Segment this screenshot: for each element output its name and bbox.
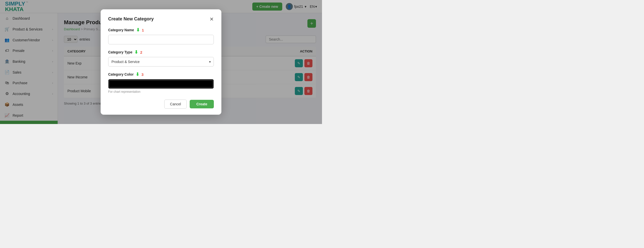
modal-header: Create New Category ✕ [108,16,214,22]
step3-number: 3 [141,72,143,77]
color-input-wrap [108,79,214,89]
step1-arrow-icon: ⬇ [136,27,140,33]
step2-number: 2 [140,50,142,54]
step2-arrow-icon: ⬇ [134,49,138,55]
category-type-label-row: Category Type ⬇ 2 [108,49,214,55]
category-name-group: Category Name ⬇ 1 [108,27,214,44]
modal-close-button[interactable]: ✕ [210,17,214,22]
category-type-label: Category Type [108,50,132,54]
category-type-select[interactable]: Product & Service Expense Income [108,57,214,67]
modal-title: Create New Category [108,16,154,22]
color-hint-text: For chart representation [108,90,214,94]
category-name-label: Category Name [108,28,134,32]
step1-number: 1 [142,28,144,32]
category-type-select-wrap: Product & Service Expense Income ▾ [108,57,214,67]
category-color-label-row: Category Color ⬇ 3 [108,72,214,77]
modal-footer: Cancel Create [108,100,214,109]
category-color-label: Category Color [108,72,134,76]
create-button[interactable]: Create [190,100,214,108]
category-color-group: Category Color ⬇ 3 For chart representat… [108,72,214,94]
category-color-input[interactable] [108,79,214,89]
category-type-group: Category Type ⬇ 2 Product & Service Expe… [108,49,214,67]
category-name-input[interactable] [108,35,214,44]
create-category-modal: Create New Category ✕ Category Name ⬇ 1 … [101,9,221,115]
modal-overlay: Create New Category ✕ Category Name ⬇ 1 … [0,0,322,124]
category-name-label-row: Category Name ⬇ 1 [108,27,214,33]
cancel-button[interactable]: Cancel [164,100,187,109]
step3-arrow-icon: ⬇ [136,72,139,77]
